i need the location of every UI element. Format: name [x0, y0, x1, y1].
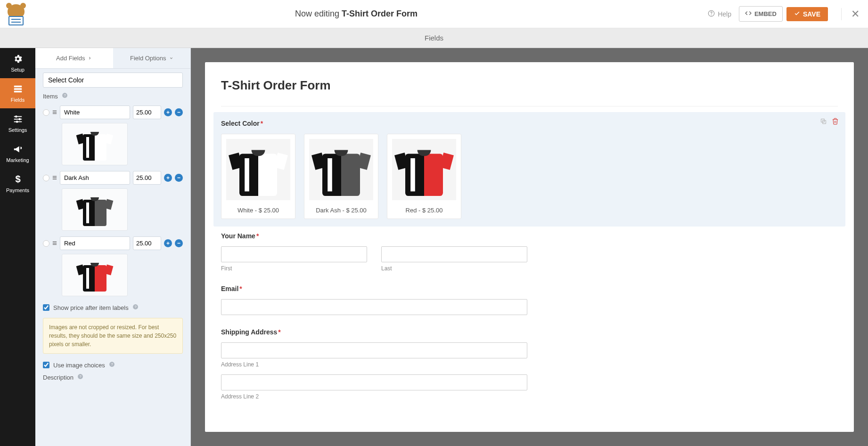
brand-logo [5, 3, 27, 25]
item-row: ≡ [43, 236, 183, 250]
nav-label: Payments [6, 187, 29, 193]
chevron-down-icon [169, 55, 173, 62]
tab-field-options[interactable]: Field Options [113, 48, 191, 68]
radio-icon[interactable] [43, 240, 49, 247]
duplicate-icon[interactable] [820, 118, 827, 126]
svg-text:$: $ [15, 174, 20, 184]
field-label: Select Color* [221, 120, 838, 127]
sublabel: Address Line 1 [221, 361, 527, 368]
help-button[interactable]: Help [704, 10, 735, 18]
choice-caption: White - $ 25.00 [226, 207, 290, 214]
gear-icon [13, 54, 23, 64]
svg-rect-4 [14, 91, 22, 93]
nav-fields[interactable]: Fields [0, 78, 35, 108]
close-button[interactable]: ✕ [841, 8, 860, 20]
choice-image [392, 139, 456, 200]
item-name-input[interactable] [60, 171, 130, 185]
nav-label: Setup [11, 67, 25, 73]
items-header: Items ? [43, 92, 183, 100]
field-your-name[interactable]: Your Name* First Last [221, 232, 838, 272]
notice-box: Images are not cropped or resized. For b… [43, 318, 183, 354]
choice-image [226, 139, 290, 200]
email-input[interactable] [221, 299, 527, 315]
drag-handle-icon[interactable]: ≡ [52, 108, 57, 116]
save-button[interactable]: SAVE [786, 7, 828, 21]
color-choice-card[interactable]: Red - $ 25.00 [387, 134, 461, 219]
radio-icon[interactable] [43, 109, 49, 116]
svg-point-10 [16, 121, 18, 123]
nav-settings[interactable]: Settings [0, 108, 35, 138]
remove-item-button[interactable] [175, 239, 183, 247]
add-item-button[interactable] [164, 239, 172, 247]
fields-icon [13, 84, 23, 94]
trash-icon[interactable] [832, 118, 839, 126]
field-label-input[interactable] [43, 73, 183, 88]
embed-button[interactable]: EMBED [739, 6, 783, 22]
add-item-button[interactable] [164, 174, 172, 182]
tab-add-fields[interactable]: Add Fields [35, 48, 113, 68]
check-icon [794, 10, 800, 18]
remove-item-button[interactable] [175, 108, 183, 116]
item-price-input[interactable] [133, 236, 161, 250]
field-label: Shipping Address* [221, 328, 838, 336]
svg-point-8 [18, 118, 21, 121]
item-price-input[interactable] [133, 171, 161, 185]
color-choice-card[interactable]: White - $ 25.00 [221, 134, 295, 219]
sublabel: First [221, 265, 367, 272]
add-item-button[interactable] [164, 108, 172, 116]
page-title: Now editing T-Shirt Order Form [8, 9, 704, 19]
nav-setup[interactable]: Setup [0, 48, 35, 78]
color-choice-card[interactable]: Dark Ash - $ 25.00 [304, 134, 378, 219]
item-thumbnail[interactable] [62, 254, 128, 296]
sublabel: Last [381, 265, 527, 272]
help-icon: ? [132, 304, 139, 311]
svg-text:?: ? [111, 362, 113, 366]
choice-caption: Dark Ash - $ 25.00 [309, 207, 373, 214]
svg-text:?: ? [79, 374, 81, 379]
address-line2-input[interactable] [221, 374, 527, 390]
last-name-input[interactable] [381, 246, 527, 262]
drag-handle-icon[interactable]: ≡ [52, 239, 57, 247]
megaphone-icon [13, 144, 23, 154]
dollar-icon: $ [13, 174, 23, 185]
show-price-checkbox[interactable]: Show price after item labels ? [43, 304, 183, 311]
field-email[interactable]: Email* [221, 285, 838, 315]
field-label: Email* [221, 285, 838, 292]
nav-payments[interactable]: $ Payments [0, 169, 35, 199]
nav-label: Marketing [6, 157, 29, 163]
subheader: Fields [0, 28, 868, 48]
radio-icon[interactable] [43, 175, 49, 181]
first-name-input[interactable] [221, 246, 367, 262]
use-image-checkbox[interactable]: Use image choices ? [43, 361, 183, 369]
field-select-color[interactable]: Select Color* White - $ 25.00 Dark Ash -… [213, 112, 845, 227]
help-icon [708, 10, 715, 18]
item-name-input[interactable] [60, 105, 130, 119]
field-address[interactable]: Shipping Address* Address Line 1 Address… [221, 328, 838, 400]
svg-point-1 [711, 15, 712, 15]
address-line1-input[interactable] [221, 342, 527, 358]
close-icon: ✕ [851, 8, 860, 20]
svg-point-6 [15, 115, 17, 118]
item-price-input[interactable] [133, 105, 161, 119]
nav-label: Fields [11, 97, 25, 103]
field-label: Your Name* [221, 232, 838, 240]
chevron-right-icon [88, 55, 92, 62]
help-icon: ? [77, 373, 83, 381]
item-name-input[interactable] [60, 236, 130, 250]
canvas-wrap: T-Shirt Order Form Select Color* White -… [191, 48, 868, 446]
nav-marketing[interactable]: Marketing [0, 138, 35, 169]
svg-text:?: ? [64, 93, 66, 97]
item-thumbnail[interactable] [62, 188, 128, 231]
sliders-icon [13, 114, 23, 124]
nav-label: Settings [8, 127, 27, 133]
item-row: ≡ [43, 171, 183, 185]
svg-text:?: ? [134, 305, 136, 309]
svg-rect-2 [14, 86, 22, 88]
code-icon [745, 10, 752, 18]
help-icon: ? [62, 92, 68, 100]
form-title: T-Shirt Order Form [221, 78, 838, 93]
drag-handle-icon[interactable]: ≡ [52, 174, 57, 182]
remove-item-button[interactable] [175, 174, 183, 182]
description-header: Description ? [43, 373, 183, 381]
item-thumbnail[interactable] [62, 123, 128, 165]
